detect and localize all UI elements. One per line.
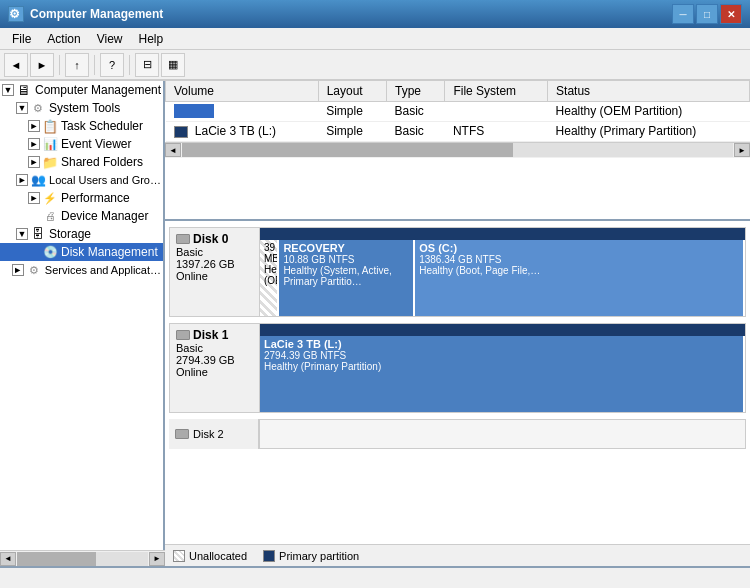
tree-item-services[interactable]: ► ⚙ Services and Applicat… bbox=[0, 261, 163, 279]
segment-oem[interactable]: 39 MB Healthy (OEM bbox=[260, 240, 279, 316]
expand-icon[interactable]: ► bbox=[16, 174, 28, 186]
scroll-thumb[interactable] bbox=[182, 143, 513, 157]
disk-1-type: Basic bbox=[176, 342, 253, 354]
menu-bar: File Action View Help bbox=[0, 28, 750, 50]
menu-action[interactable]: Action bbox=[39, 30, 88, 48]
services-icon: ⚙ bbox=[26, 262, 42, 278]
col-type[interactable]: Type bbox=[386, 81, 444, 101]
disk-0-type: Basic bbox=[176, 246, 253, 258]
tree-label: Computer Management bbox=[35, 83, 161, 97]
disk-0-info: Disk 0 Basic 1397.26 GB Online bbox=[170, 228, 260, 316]
tree-item-performance[interactable]: ► ⚡ Performance bbox=[0, 189, 163, 207]
col-volume[interactable]: Volume bbox=[166, 81, 319, 101]
performance-icon: ⚡ bbox=[42, 190, 58, 206]
tree-label: Services and Applicat… bbox=[45, 264, 161, 276]
disk-1-info: Disk 1 Basic 2794.39 GB Online bbox=[170, 324, 260, 412]
volume-table: Volume Layout Type File System Status Si… bbox=[165, 81, 750, 142]
tree-label: Disk Management bbox=[61, 245, 158, 259]
col-layout[interactable]: Layout bbox=[318, 81, 386, 101]
disk-icon bbox=[175, 429, 189, 439]
expand-icon[interactable]: ► bbox=[12, 264, 24, 276]
expand-icon[interactable]: ► bbox=[28, 138, 40, 150]
cell-volume bbox=[166, 101, 319, 121]
disk-1-status: Online bbox=[176, 366, 253, 378]
shared-folders-icon: 📁 bbox=[42, 154, 58, 170]
back-button[interactable]: ◄ bbox=[4, 53, 28, 77]
scroll-left-button[interactable]: ◄ bbox=[165, 143, 181, 157]
tree-item-shared-folders[interactable]: ► 📁 Shared Folders bbox=[0, 153, 163, 171]
cell-type: Basic bbox=[386, 121, 444, 141]
segment-recovery[interactable]: RECOVERY 10.88 GB NTFS Healthy (System, … bbox=[279, 240, 415, 316]
close-button[interactable]: ✕ bbox=[720, 4, 742, 24]
col-filesystem[interactable]: File System bbox=[445, 81, 548, 101]
disk-top-bar bbox=[260, 228, 745, 240]
scroll-thumb[interactable] bbox=[17, 552, 96, 566]
title-bar: ⚙ Computer Management ─ □ ✕ bbox=[0, 0, 750, 28]
scroll-right-button[interactable]: ► bbox=[734, 143, 750, 157]
device-manager-icon: 🖨 bbox=[42, 208, 58, 224]
disk-0-status: Online bbox=[176, 270, 253, 282]
toolbar-separator3 bbox=[129, 55, 130, 75]
task-scheduler-icon: 📋 bbox=[42, 118, 58, 134]
cell-status: Healthy (Primary Partition) bbox=[548, 121, 750, 141]
disk-management-icon: 💿 bbox=[42, 244, 58, 260]
expand-icon[interactable]: ▼ bbox=[16, 228, 28, 240]
menu-view[interactable]: View bbox=[89, 30, 131, 48]
scroll-track bbox=[182, 143, 733, 157]
disk-2-partitions bbox=[259, 419, 746, 449]
legend-primary-label: Primary partition bbox=[279, 550, 359, 562]
tree-item-event-viewer[interactable]: ► 📊 Event Viewer bbox=[0, 135, 163, 153]
scroll-left-button[interactable]: ◄ bbox=[0, 552, 16, 566]
expand-icon[interactable]: ▼ bbox=[16, 102, 28, 114]
disk-0-partitions: 39 MB Healthy (OEM RECOVERY 10.88 GB NTF… bbox=[260, 228, 745, 316]
table-row[interactable]: Simple Basic Healthy (OEM Partition) bbox=[166, 101, 750, 121]
segment-os[interactable]: OS (C:) 1386.34 GB NTFS Healthy (Boot, P… bbox=[415, 240, 745, 316]
menu-file[interactable]: File bbox=[4, 30, 39, 48]
help-button[interactable]: ? bbox=[100, 53, 124, 77]
show-hide-button[interactable]: ⊟ bbox=[135, 53, 159, 77]
cell-layout: Simple bbox=[318, 121, 386, 141]
forward-button[interactable]: ► bbox=[30, 53, 54, 77]
computer-icon: 🖥 bbox=[16, 82, 32, 98]
table-horizontal-scrollbar[interactable]: ◄ ► bbox=[165, 142, 750, 158]
up-button[interactable]: ↑ bbox=[65, 53, 89, 77]
tree-item-local-users[interactable]: ► 👥 Local Users and Gro… bbox=[0, 171, 163, 189]
tree-item-task-scheduler[interactable]: ► 📋 Task Scheduler bbox=[0, 117, 163, 135]
cell-layout: Simple bbox=[318, 101, 386, 121]
tree-item-storage[interactable]: ▼ 🗄 Storage bbox=[0, 225, 163, 243]
disk-2-entry: Disk 2 bbox=[169, 419, 746, 449]
toolbar: ◄ ► ↑ ? ⊟ ▦ bbox=[0, 50, 750, 80]
tree-label: System Tools bbox=[49, 101, 120, 115]
expand-icon[interactable]: ► bbox=[28, 156, 40, 168]
toolbar-separator2 bbox=[94, 55, 95, 75]
app-title: Computer Management bbox=[30, 7, 163, 21]
scroll-right-button[interactable]: ► bbox=[149, 552, 165, 566]
table-row[interactable]: LaCie 3 TB (L:) Simple Basic NTFS Health… bbox=[166, 121, 750, 141]
tree-label: Event Viewer bbox=[61, 137, 131, 151]
expand-icon[interactable]: ► bbox=[28, 192, 40, 204]
maximize-button[interactable]: □ bbox=[696, 4, 718, 24]
disk-1-size: 2794.39 GB bbox=[176, 354, 253, 366]
disk-1-segments: LaCie 3 TB (L:) 2794.39 GB NTFS Healthy … bbox=[260, 336, 745, 412]
disk-2-info: Disk 2 bbox=[169, 419, 259, 449]
cell-filesystem: NTFS bbox=[445, 121, 548, 141]
menu-help[interactable]: Help bbox=[131, 30, 172, 48]
minimize-button[interactable]: ─ bbox=[672, 4, 694, 24]
tree-item-system-tools[interactable]: ▼ ⚙ System Tools bbox=[0, 99, 163, 117]
cell-filesystem bbox=[445, 101, 548, 121]
tree-item-computer-management[interactable]: ▼ 🖥 Computer Management bbox=[0, 81, 163, 99]
scroll-track bbox=[17, 552, 148, 566]
tree-pane: ▼ 🖥 Computer Management ▼ ⚙ System Tools… bbox=[0, 81, 165, 566]
view-button[interactable]: ▦ bbox=[161, 53, 185, 77]
title-controls: ─ □ ✕ bbox=[672, 4, 742, 24]
disk-top-bar bbox=[260, 324, 745, 336]
expand-icon[interactable]: ► bbox=[28, 120, 40, 132]
col-status[interactable]: Status bbox=[548, 81, 750, 101]
segment-lacie[interactable]: LaCie 3 TB (L:) 2794.39 GB NTFS Healthy … bbox=[260, 336, 745, 412]
expand-icon[interactable]: ▼ bbox=[2, 84, 14, 96]
tree-item-device-manager[interactable]: 🖨 Device Manager bbox=[0, 207, 163, 225]
legend-primary: Primary partition bbox=[263, 550, 359, 562]
tree-label: Task Scheduler bbox=[61, 119, 143, 133]
tree-horizontal-scrollbar[interactable]: ◄ ► bbox=[0, 550, 165, 566]
tree-item-disk-management[interactable]: 💿 Disk Management bbox=[0, 243, 163, 261]
